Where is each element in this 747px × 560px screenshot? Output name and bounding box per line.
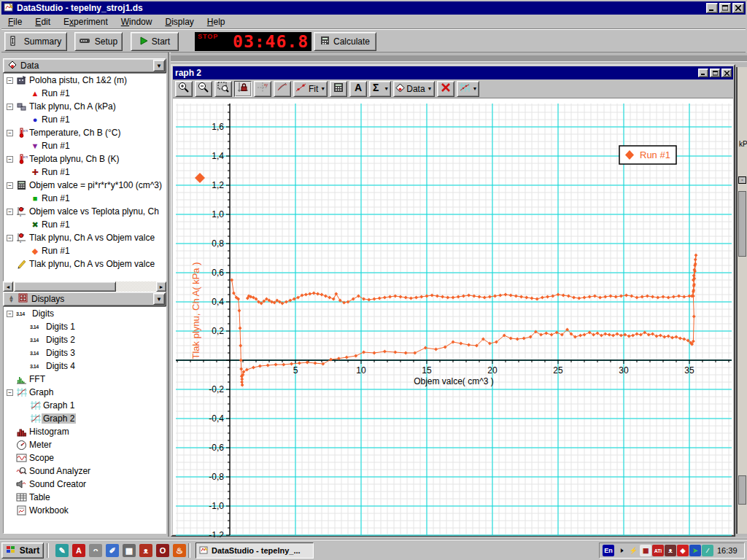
settings-dropdown-arrow[interactable]: ▼: [473, 86, 478, 91]
display-item-graph[interactable]: −Graph: [4, 386, 166, 399]
menu-item-display[interactable]: Display: [158, 15, 200, 28]
alert-icon[interactable]: ◈: [677, 545, 689, 556]
summary-button[interactable]: Summary: [4, 32, 67, 51]
display-item-scope[interactable]: Scope: [4, 451, 166, 464]
data-panel-header[interactable]: Data ▼: [3, 58, 166, 73]
zoom-in-button[interactable]: [175, 81, 193, 97]
graph-minimize-button[interactable]: [698, 69, 708, 77]
globe-icon[interactable]: ➤: [689, 545, 701, 556]
data-menu-dropdown-arrow[interactable]: ▼: [427, 86, 433, 91]
display-item-sound-creator[interactable]: Sound Creator: [4, 478, 166, 491]
scroll-thumb[interactable]: [14, 281, 116, 292]
data-tree-item[interactable]: −Objem valce = pi*r*r*y*100 (cm^3): [4, 179, 166, 192]
data-tree-item[interactable]: Tlak plynu, Ch A vs Objem valce: [4, 257, 166, 271]
expand-box[interactable]: −: [7, 77, 13, 84]
paint-icon[interactable]: ✐: [106, 544, 119, 557]
fit-dropdown-arrow[interactable]: ▼: [320, 86, 325, 91]
pen-icon[interactable]: ⁄: [702, 545, 713, 556]
expand-box[interactable]: −: [7, 209, 13, 215]
ati-icon[interactable]: ATi: [652, 545, 664, 556]
calculator-icon[interactable]: ▦: [123, 544, 136, 557]
minimize-button[interactable]: [706, 3, 718, 13]
expand-box[interactable]: −: [7, 156, 13, 163]
start-menu-button[interactable]: Start: [1, 542, 44, 559]
zoom-select-button[interactable]: [214, 81, 232, 97]
display-item-fft[interactable]: FFT: [4, 373, 166, 386]
scroll-right-arrow[interactable]: ►: [156, 281, 166, 292]
run-item[interactable]: ▼Run #1: [4, 139, 166, 152]
splitter-grip[interactable]: ▲▼: [8, 295, 15, 303]
graph-plot-area[interactable]: 1,61,41,21,00,80,60,40,2-0,2-0,4-0,6-0,8…: [173, 99, 733, 534]
close-button[interactable]: [732, 3, 744, 13]
display-item-digits-1[interactable]: 3.14Digits 1: [4, 320, 166, 333]
volume-icon[interactable]: 🕨: [615, 545, 627, 556]
data-dropdown-arrow[interactable]: ▼: [153, 60, 165, 71]
zoom-out-button[interactable]: [195, 81, 212, 97]
data-tree-hscrollbar[interactable]: ◄ ►: [3, 281, 166, 292]
graph-close-button[interactable]: [721, 69, 732, 77]
lightning-icon[interactable]: ⚡: [627, 545, 639, 556]
display-item-histogram[interactable]: Histogram: [4, 425, 166, 438]
settings-button[interactable]: ▼: [457, 81, 480, 97]
data-tree-item[interactable]: −Tlak plynu, Ch A (kPa): [4, 100, 166, 113]
display-item-graph-2[interactable]: Graph 2: [4, 412, 166, 425]
display-item-digits-2[interactable]: 3.14Digits 2: [4, 333, 166, 346]
data-tree-item[interactable]: −KTDTeplota plynu, Ch B (K): [4, 152, 166, 166]
expand-box[interactable]: −: [7, 235, 13, 241]
run-item[interactable]: ■Run #1: [4, 192, 166, 205]
expand-box[interactable]: −: [7, 389, 13, 396]
scroll-left-arrow[interactable]: ◄: [3, 281, 13, 292]
display-item-digits[interactable]: −3.14Digits: [4, 307, 166, 320]
data-tree-item[interactable]: −KTDTemperature, Ch B (°C): [4, 126, 166, 139]
menu-item-experiment[interactable]: Experiment: [57, 15, 115, 28]
menu-item-help[interactable]: Help: [201, 15, 232, 28]
language-indicator[interactable]: En: [603, 545, 614, 556]
statistics-button[interactable]: Σ▼: [369, 81, 391, 97]
notepad-icon[interactable]: ✎: [55, 544, 69, 557]
acrobat-icon[interactable]: A: [72, 544, 85, 557]
scheduler-icon[interactable]: ▦: [640, 545, 651, 556]
displays-panel-header[interactable]: ▲▼ Displays ▼: [3, 292, 166, 306]
display-item-meter[interactable]: Meter: [4, 438, 166, 451]
fit-button[interactable]: Fit▼: [293, 81, 328, 97]
smart-tool-button[interactable]: xy: [254, 81, 271, 97]
run-item[interactable]: ●Run #1: [4, 113, 166, 126]
graph-maximize-button[interactable]: [710, 69, 720, 77]
expand-box[interactable]: −: [7, 311, 13, 317]
setup-button[interactable]: Setup: [74, 32, 123, 51]
menu-item-edit[interactable]: Edit: [28, 15, 57, 28]
scale-lock-button[interactable]: [234, 81, 252, 97]
text-button[interactable]: A: [349, 81, 367, 97]
data-menu-button[interactable]: Data▼: [393, 81, 434, 97]
data-tree-item[interactable]: −yxTlak plynu, Ch A vs Objem valce: [4, 231, 166, 244]
devil-icon[interactable]: ᴥ: [665, 545, 676, 556]
data-tree-item[interactable]: −Poloha pistu, Ch 1&2 (m): [4, 74, 166, 87]
expand-box[interactable]: −: [7, 104, 13, 110]
display-item-digits-3[interactable]: 3.14Digits 3: [4, 346, 166, 359]
data-tree-item[interactable]: −yxObjem valce vs Teplota plynu, Ch: [4, 205, 166, 218]
maximize-button[interactable]: [719, 3, 731, 13]
delete-button[interactable]: [437, 81, 454, 97]
statistics-dropdown-arrow[interactable]: ▼: [384, 86, 389, 91]
expand-box[interactable]: −: [7, 182, 13, 189]
calculator-button[interactable]: [330, 81, 347, 97]
graph-window-titlebar[interactable]: raph 2: [173, 66, 733, 79]
display-item-sound-analyzer[interactable]: Sound Analyzer: [4, 464, 166, 478]
menu-item-file[interactable]: File: [1, 15, 28, 28]
calculate-button[interactable]: Calculate: [314, 32, 376, 51]
graph-canvas[interactable]: 1,61,41,21,00,80,60,40,2-0,2-0,4-0,6-0,8…: [173, 99, 735, 537]
run-item[interactable]: ✖Run #1: [4, 218, 166, 231]
display-item-table[interactable]: Table: [4, 491, 166, 504]
displays-dropdown-arrow[interactable]: ▼: [153, 293, 165, 305]
dragon-icon[interactable]: ᴥ: [139, 544, 152, 557]
datastudio-task-button[interactable]: DataStudio - tepelny_...: [196, 542, 314, 559]
display-item-digits-4[interactable]: 3.14Digits 4: [4, 359, 166, 373]
menu-item-window[interactable]: Window: [115, 15, 159, 28]
opera-icon[interactable]: O: [156, 544, 169, 557]
display-item-graph-1[interactable]: Graph 1: [4, 399, 166, 412]
run-item[interactable]: ▲Run #1: [4, 87, 166, 100]
expand-box[interactable]: −: [7, 130, 13, 136]
run-item[interactable]: ◆Run #1: [4, 244, 166, 257]
background-window-button[interactable]: ▫: [738, 176, 746, 184]
run-item[interactable]: ✚Run #1: [4, 166, 166, 179]
